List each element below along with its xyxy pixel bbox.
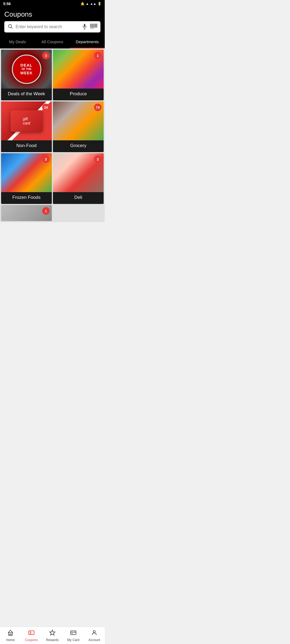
dept-label-deals: Deals of the Week (1, 89, 52, 100)
svg-rect-12 (97, 24, 97, 28)
svg-rect-10 (95, 24, 95, 28)
microphone-icon[interactable] (82, 23, 88, 30)
badge-count-produce: 1 (94, 52, 102, 59)
app-header: Coupons (0, 8, 105, 36)
badge-count-non-food: 24 (42, 104, 50, 111)
dept-card-partial[interactable]: 1 (1, 205, 52, 221)
badge-count-deli: 2 (94, 155, 102, 163)
dept-label-grocery: Grocery (53, 140, 104, 152)
signal-icon: ▲▲ (90, 2, 96, 6)
svg-rect-7 (92, 24, 93, 28)
deal-badge: DEAL OF THE WEEK (12, 54, 41, 84)
battery-icon: 🔋 (97, 2, 102, 6)
dept-label-deli: Deli (53, 192, 104, 204)
dept-card-deals-of-the-week[interactable]: DEAL OF THE WEEK 3 Deals of the Week (1, 50, 52, 100)
status-bar: 5:56 🔔 ▲ ▲▲ 🔋 (0, 0, 105, 8)
dept-card-produce[interactable]: 1 Produce (53, 50, 104, 100)
dept-card-grocery[interactable]: 74 Grocery (53, 101, 104, 152)
badge-count-grocery: 74 (94, 104, 102, 111)
app-title: Coupons (4, 10, 100, 19)
tab-departments[interactable]: Departments (70, 36, 105, 49)
search-bar[interactable]: |||||||||||| (4, 21, 100, 32)
dept-label-produce: Produce (53, 89, 104, 100)
badge-count-frozen: 2 (42, 155, 50, 163)
svg-point-0 (8, 24, 12, 28)
badge-count-last: 1 (42, 207, 50, 215)
svg-rect-6 (91, 24, 92, 28)
dept-label-frozen: Frozen Foods (1, 192, 52, 204)
status-icons: 🔔 ▲ ▲▲ 🔋 (81, 2, 102, 6)
svg-rect-9 (94, 24, 94, 28)
wifi-icon: ▲ (86, 2, 89, 6)
search-icon (8, 24, 13, 30)
notification-icon: 🔔 (81, 2, 85, 6)
dept-card-non-food[interactable]: giftcard 24 Non-Food (1, 101, 52, 152)
dept-card-frozen-foods[interactable]: 2 Frozen Foods (1, 153, 52, 204)
status-time: 5:56 (3, 2, 11, 6)
barcode-icon[interactable]: |||||||||||| (90, 23, 97, 30)
tab-my-deals[interactable]: My Deals (0, 36, 35, 49)
search-input[interactable] (16, 24, 79, 29)
gift-card-visual: giftcard (10, 110, 43, 132)
svg-line-1 (11, 27, 13, 29)
svg-rect-2 (84, 24, 85, 27)
svg-text:||||||||||||: |||||||||||| (90, 28, 94, 29)
badge-count-deals: 3 (42, 52, 50, 59)
dept-card-deli[interactable]: 2 Deli (53, 153, 104, 204)
dept-label-non-food: Non-Food (1, 140, 52, 152)
svg-rect-8 (93, 24, 93, 28)
tab-bar: My Deals All Coupons Departments (0, 36, 105, 49)
svg-rect-11 (96, 24, 96, 28)
svg-rect-5 (90, 24, 91, 28)
bottom-spacer (0, 222, 105, 244)
departments-grid: DEAL OF THE WEEK 3 Deals of the Week 1 P… (0, 49, 105, 222)
tab-all-coupons[interactable]: All Coupons (35, 36, 70, 49)
